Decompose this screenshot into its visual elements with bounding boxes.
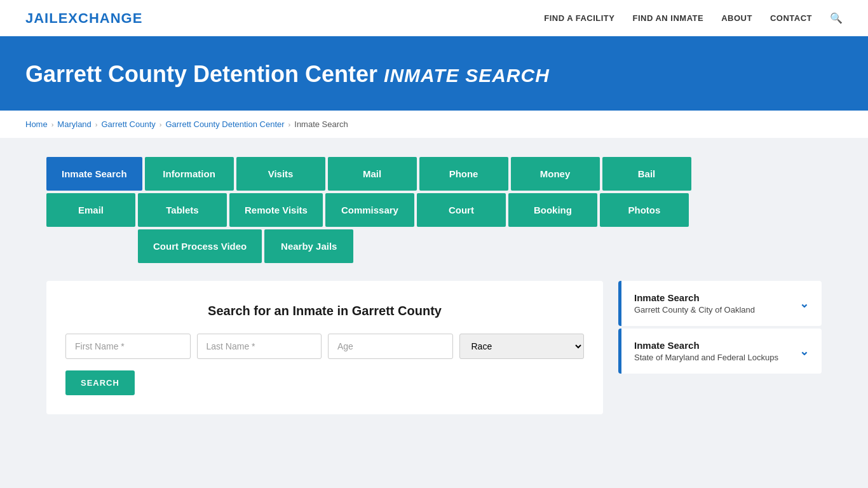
logo-black-part: JAIL — [25, 10, 58, 26]
nav-find-inmate[interactable]: FIND AN INMATE — [632, 13, 703, 23]
sidebar-card-2-title: Inmate Search State of Maryland and Fede… — [634, 340, 778, 362]
nav-about[interactable]: ABOUT — [721, 13, 752, 23]
first-name-input[interactable] — [65, 334, 191, 359]
tab-tablets[interactable]: Tablets — [138, 193, 227, 227]
breadcrumb-sep-3: › — [159, 121, 162, 128]
tabs-row-2: Email Tablets Remote Visits Commissary C… — [46, 193, 822, 227]
tab-phone[interactable]: Phone — [419, 157, 508, 191]
sidebar-card-1-line2: Garrett County & City of Oakland — [634, 305, 755, 315]
logo-blue-part: EXCHANGE — [58, 10, 143, 26]
tab-court[interactable]: Court — [417, 193, 506, 227]
page-title: Garrett County Detention Center INMATE S… — [25, 61, 843, 88]
search-icon[interactable]: 🔍 — [830, 12, 843, 24]
nav-find-facility[interactable]: FIND A FACILITY — [544, 13, 614, 23]
tab-commissary[interactable]: Commissary — [325, 193, 414, 227]
breadcrumb-sep-2: › — [95, 121, 98, 128]
breadcrumb-home[interactable]: Home — [25, 119, 48, 129]
tab-booking[interactable]: Booking — [508, 193, 597, 227]
site-logo[interactable]: JAILEXCHANGE — [25, 10, 142, 27]
breadcrumb: Home › Maryland › Garrett County › Garre… — [0, 111, 868, 138]
navbar: JAILEXCHANGE FIND A FACILITY FIND AN INM… — [0, 0, 868, 38]
main-content: Inmate Search Information Visits Mail Ph… — [21, 138, 847, 433]
tabs-section: Inmate Search Information Visits Mail Ph… — [46, 157, 822, 263]
tab-visits[interactable]: Visits — [236, 157, 325, 191]
breadcrumb-detention-center[interactable]: Garrett County Detention Center — [165, 119, 284, 129]
tab-nearby-jails[interactable]: Nearby Jails — [264, 229, 353, 263]
chevron-down-icon-1: ⌄ — [799, 297, 809, 311]
sidebar-card-2-header[interactable]: Inmate Search State of Maryland and Fede… — [618, 329, 822, 374]
age-input[interactable] — [328, 334, 453, 359]
content-area: Search for an Inmate in Garrett County R… — [46, 281, 822, 414]
nav-links: FIND A FACILITY FIND AN INMATE ABOUT CON… — [544, 12, 843, 24]
tab-remote-visits[interactable]: Remote Visits — [229, 193, 323, 227]
search-button[interactable]: SEARCH — [65, 370, 135, 395]
tab-money[interactable]: Money — [511, 157, 600, 191]
tab-mail[interactable]: Mail — [328, 157, 417, 191]
sidebar: Inmate Search Garrett County & City of O… — [618, 281, 822, 376]
tabs-row-1: Inmate Search Information Visits Mail Ph… — [46, 157, 822, 191]
sidebar-card-2: Inmate Search State of Maryland and Fede… — [618, 329, 822, 374]
breadcrumb-sep-4: › — [288, 121, 291, 128]
nav-contact[interactable]: CONTACT — [770, 13, 812, 23]
tab-email[interactable]: Email — [46, 193, 135, 227]
search-fields: Race White Black Hispanic Asian Other — [65, 334, 584, 359]
tab-photos[interactable]: Photos — [600, 193, 689, 227]
tab-inmate-search[interactable]: Inmate Search — [46, 157, 142, 191]
sidebar-card-2-line2: State of Maryland and Federal Lockups — [634, 353, 778, 362]
breadcrumb-maryland[interactable]: Maryland — [57, 119, 91, 129]
breadcrumb-sep-1: › — [51, 121, 54, 128]
tabs-row-3: Court Process Video Nearby Jails — [46, 229, 822, 263]
tab-bail[interactable]: Bail — [602, 157, 691, 191]
sidebar-card-1-header[interactable]: Inmate Search Garrett County & City of O… — [618, 281, 822, 326]
sidebar-card-2-line1: Inmate Search — [634, 340, 778, 351]
sidebar-card-1-line1: Inmate Search — [634, 292, 755, 303]
tab-court-process-video[interactable]: Court Process Video — [138, 229, 262, 263]
search-title: Search for an Inmate in Garrett County — [65, 304, 584, 318]
tab-information[interactable]: Information — [145, 157, 234, 191]
sidebar-card-1: Inmate Search Garrett County & City of O… — [618, 281, 822, 326]
chevron-down-icon-2: ⌄ — [799, 344, 809, 358]
breadcrumb-garrett-county[interactable]: Garrett County — [102, 119, 156, 129]
race-select[interactable]: Race White Black Hispanic Asian Other — [459, 334, 585, 359]
last-name-input[interactable] — [197, 334, 322, 359]
search-panel: Search for an Inmate in Garrett County R… — [46, 281, 603, 414]
breadcrumb-current: Inmate Search — [294, 119, 348, 129]
hero-banner: Garrett County Detention Center INMATE S… — [0, 38, 868, 111]
sidebar-card-1-title: Inmate Search Garrett County & City of O… — [634, 292, 755, 315]
